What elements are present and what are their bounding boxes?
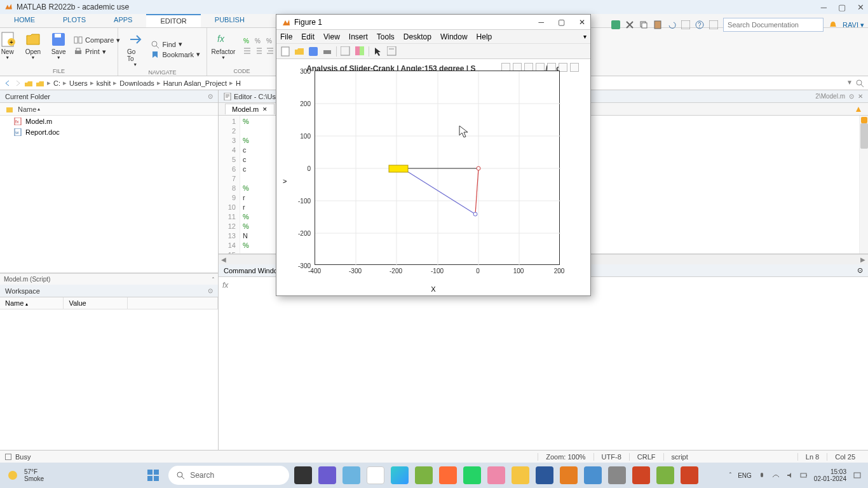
home-icon[interactable] [570, 63, 579, 72]
fig-close-button[interactable]: ✕ [579, 18, 585, 27]
breadcrumb[interactable]: kshit [97, 79, 111, 87]
expand-icon[interactable]: ˆ [212, 276, 214, 283]
panel-options-icon[interactable]: ⊙ [849, 93, 854, 100]
taskbar-search[interactable]: Search [168, 466, 289, 485]
file-item[interactable]: W Report.doc [0, 126, 218, 137]
tray-chevron-icon[interactable]: ˆ [729, 472, 731, 479]
inspector-icon[interactable] [387, 46, 397, 57]
tray-lang[interactable]: ENG [738, 472, 752, 479]
col-name[interactable]: Name [18, 105, 36, 113]
panel-options-icon[interactable]: ⊙ [857, 266, 863, 274]
panel-minimize-icon[interactable]: ⊙ [208, 93, 213, 100]
menu-more-icon[interactable]: ▾ [583, 33, 587, 40]
refactor-button[interactable]: fx Refactor▼ [209, 30, 238, 61]
code-warning-marker[interactable] [861, 117, 867, 123]
app2-icon[interactable] [584, 466, 602, 484]
brush-icon[interactable] [355, 46, 365, 57]
tab-apps[interactable]: APPS [100, 14, 146, 27]
print-button[interactable]: Print ▾ [74, 47, 120, 56]
store-icon[interactable] [367, 466, 384, 484]
file-item[interactable]: fx Model.m [0, 116, 218, 126]
command-window[interactable]: fx [219, 277, 868, 463]
mic-icon[interactable] [758, 471, 766, 479]
col-name[interactable]: Name ▴ [0, 297, 64, 309]
sticky-notes-icon[interactable] [487, 466, 505, 484]
figure-canvas[interactable]: Analysis of Slider-Crank | Angle:153 deg… [276, 59, 590, 295]
new-button[interactable]: + New▼ [0, 30, 18, 61]
axes[interactable] [315, 71, 560, 265]
maximize-button[interactable]: ▢ [838, 3, 846, 12]
breadcrumb[interactable]: C: [53, 79, 60, 87]
app3-icon[interactable] [608, 466, 626, 484]
pointer-icon[interactable] [373, 46, 383, 57]
battery-icon[interactable] [800, 471, 808, 479]
teams-icon[interactable] [318, 466, 336, 484]
menu-help[interactable]: Help [477, 32, 492, 41]
figure-titlebar[interactable]: Figure 1 ─ ▢ ✕ [276, 15, 590, 30]
uncomment-icon[interactable]: % [254, 36, 263, 45]
status-zoom[interactable]: Zoom: 100% [538, 453, 593, 461]
smart-indent-icon[interactable] [266, 46, 275, 55]
bell-icon[interactable] [829, 20, 837, 29]
menu-window[interactable]: Window [440, 32, 468, 41]
search-folder-icon[interactable] [855, 79, 864, 88]
panel-minimize-icon[interactable]: ⊙ [208, 287, 213, 294]
weather-widget[interactable]: 57°F Smoke [24, 468, 44, 482]
wifi-icon[interactable] [772, 471, 780, 479]
close-tab-icon[interactable]: ✕ [262, 106, 268, 112]
close-button[interactable]: ✕ [857, 3, 864, 12]
undo-icon[interactable] [667, 20, 676, 29]
save-button[interactable]: Save▼ [48, 30, 69, 61]
menu-edit[interactable]: Edit [301, 32, 315, 41]
fig-minimize-button[interactable]: ─ [538, 18, 544, 27]
matlab-icon[interactable] [560, 466, 578, 484]
menu-desktop[interactable]: Desktop [403, 32, 431, 41]
menu-insert[interactable]: Insert [349, 32, 368, 41]
tab-publish[interactable]: PUBLISH [201, 14, 259, 27]
word-icon[interactable] [536, 466, 553, 484]
close-editor-icon[interactable]: ✕ [858, 93, 863, 100]
clock[interactable]: 15:03 02-01-2024 [814, 468, 846, 482]
browse-folder-icon[interactable] [36, 79, 44, 87]
print-fig-icon[interactable] [322, 46, 332, 57]
powerpoint-icon[interactable] [632, 466, 650, 484]
whatsapp-icon[interactable] [463, 466, 481, 484]
goto-button[interactable]: Go To▼ [125, 30, 146, 68]
bookmark-button[interactable]: Bookmark ▾ [151, 50, 200, 59]
zoom-out-icon[interactable] [559, 63, 567, 72]
task-view-icon[interactable] [294, 466, 312, 484]
addons-icon[interactable] [709, 20, 718, 29]
paste-icon[interactable] [653, 20, 662, 29]
volume-icon[interactable] [786, 471, 794, 479]
col-value[interactable]: Value [64, 297, 127, 309]
menu-file[interactable]: File [280, 32, 292, 41]
wrap-comment-icon[interactable]: % [266, 36, 275, 45]
copy-icon[interactable] [639, 20, 648, 29]
user-menu[interactable]: RAVI ▾ [843, 21, 864, 29]
brave-icon[interactable] [439, 466, 457, 484]
compare-button[interactable]: Compare ▾ [74, 36, 120, 44]
switch-icon[interactable] [681, 20, 690, 29]
tab-editor[interactable]: EDITOR [146, 14, 200, 27]
editor-tab[interactable]: Model.m ✕ [225, 104, 275, 114]
weather-icon[interactable] [6, 469, 19, 482]
up-folder-icon[interactable] [24, 79, 33, 87]
start-button[interactable] [143, 465, 163, 485]
breadcrumb[interactable]: Harun Aslan_Project [163, 79, 227, 87]
menu-tools[interactable]: Tools [377, 32, 395, 41]
breadcrumb[interactable]: H [236, 79, 241, 87]
edge-icon[interactable] [391, 466, 409, 484]
datacursor-icon[interactable] [341, 46, 351, 57]
new-fig-icon[interactable] [280, 46, 290, 57]
indent-icon[interactable] [243, 46, 252, 55]
cut-icon[interactable] [625, 20, 634, 29]
comment-icon[interactable]: % [243, 36, 252, 45]
app5-icon[interactable] [681, 466, 698, 484]
tab-plots[interactable]: PLOTS [49, 14, 100, 27]
forward-icon[interactable] [14, 79, 22, 87]
fig-maximize-button[interactable]: ▢ [558, 18, 565, 27]
scroll-right-icon[interactable]: ▶ [860, 256, 865, 263]
breadcrumb[interactable]: Downloads [119, 79, 154, 87]
app4-icon[interactable] [656, 466, 674, 484]
scrollbar-thumb[interactable] [860, 123, 868, 149]
